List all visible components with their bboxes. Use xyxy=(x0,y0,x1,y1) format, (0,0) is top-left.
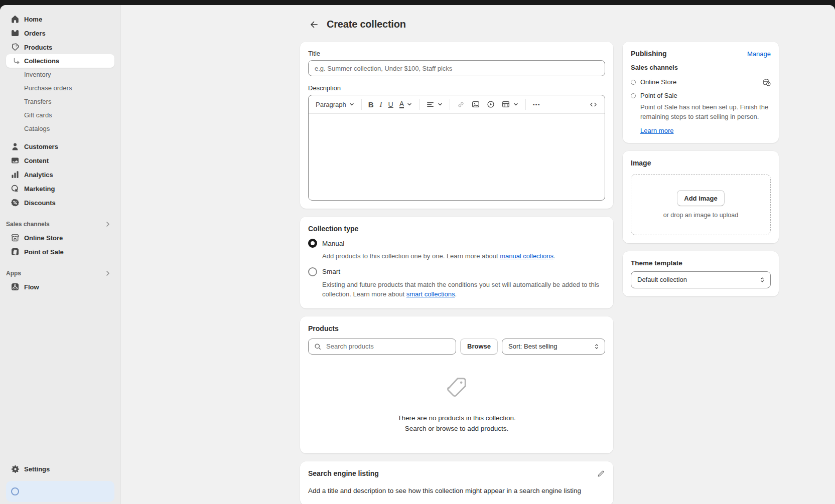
add-image-button[interactable]: Add image xyxy=(677,190,724,206)
sidebar-item-label: Analytics xyxy=(24,171,53,179)
manual-radio[interactable] xyxy=(308,239,317,248)
sidebar-item-label: Collections xyxy=(24,57,59,65)
title-input[interactable] xyxy=(308,60,605,76)
sidebar-item-discounts[interactable]: Discounts xyxy=(6,196,114,210)
manual-desc-period: . xyxy=(553,252,555,260)
sidebar-item-collections[interactable]: Collections xyxy=(6,54,114,68)
sidebar-item-label: Content xyxy=(24,157,49,164)
smart-radio-row[interactable]: Smart xyxy=(308,267,605,276)
italic-button[interactable]: I xyxy=(377,99,385,110)
seo-description: Add a title and description to see how t… xyxy=(308,487,605,494)
sidebar-item-analytics[interactable]: Analytics xyxy=(6,167,114,182)
products-heading: Products xyxy=(308,324,605,332)
alignment-dropdown[interactable] xyxy=(423,99,446,110)
smart-label: Smart xyxy=(322,268,340,275)
gear-icon xyxy=(10,464,20,474)
description-textarea[interactable] xyxy=(309,114,605,200)
sidebar-promo-pill[interactable] xyxy=(6,481,114,502)
theme-template-value: Default collection xyxy=(637,276,687,283)
image-dropzone[interactable]: Add image or drop an image to upload xyxy=(631,174,771,235)
link-icon xyxy=(457,100,465,109)
learn-more-link[interactable]: Learn more xyxy=(640,127,673,134)
manual-description: Add products to this collection one by o… xyxy=(322,251,605,261)
theme-template-select[interactable]: Default collection xyxy=(631,271,771,288)
sidebar-item-products[interactable]: Products xyxy=(6,40,114,54)
analytics-icon xyxy=(10,170,20,180)
sort-select[interactable]: Sort: Best selling xyxy=(502,339,605,355)
empty-line-1: There are no products in this collection… xyxy=(308,413,605,424)
channel-label: Point of Sale xyxy=(640,92,677,99)
channel-dot-icon xyxy=(631,80,636,85)
app-frame: Home Orders Products Collections Invento… xyxy=(0,5,835,504)
manual-radio-row[interactable]: Manual xyxy=(308,239,605,248)
collection-type-card: Collection type Manual Add products to t… xyxy=(300,217,613,308)
sidebar-item-label: Inventory xyxy=(24,71,51,78)
sidebar-item-point-of-sale[interactable]: Point of Sale xyxy=(6,245,114,259)
sidebar-item-home[interactable]: Home xyxy=(6,12,114,26)
smart-collections-link[interactable]: smart collections xyxy=(406,290,455,298)
smart-radio[interactable] xyxy=(308,267,317,276)
color-label: A xyxy=(399,100,404,108)
sidebar-item-content[interactable]: Content xyxy=(6,153,114,167)
sidebar-item-label: Marketing xyxy=(24,185,55,193)
edit-pencil-icon[interactable] xyxy=(597,469,605,478)
sidebar-item-label: Flow xyxy=(24,283,39,291)
sidebar-item-gift-cards[interactable]: Gift cards xyxy=(6,108,114,122)
more-formatting-button[interactable]: ⋯ xyxy=(529,99,543,110)
seo-heading: Search engine listing xyxy=(308,469,379,477)
sidebar-item-label: Home xyxy=(24,16,42,23)
products-tag-icon xyxy=(10,42,20,52)
sidebar-item-label: Catalogs xyxy=(24,125,50,132)
sales-channels-section-header[interactable]: Sales channels xyxy=(6,218,114,231)
products-card: Products Browse Sort: Best selling xyxy=(300,316,613,453)
sidebar-item-label: Point of Sale xyxy=(24,248,64,256)
sales-channels-subheading: Sales channels xyxy=(631,64,771,71)
paragraph-style-dropdown[interactable]: Paragraph xyxy=(313,100,358,109)
sidebar-item-purchase-orders[interactable]: Purchase orders xyxy=(6,81,114,95)
point-of-sale-icon xyxy=(10,247,20,257)
manual-collections-link[interactable]: manual collections xyxy=(500,252,553,260)
sidebar-item-transfers[interactable]: Transfers xyxy=(6,95,114,108)
sidebar-item-orders[interactable]: Orders xyxy=(6,26,114,40)
sidebar: Home Orders Products Collections Invento… xyxy=(0,5,121,504)
back-arrow-icon[interactable] xyxy=(309,19,320,30)
updown-stepper-icon xyxy=(593,343,601,351)
browse-button[interactable]: Browse xyxy=(460,339,498,355)
sidebar-item-catalogs[interactable]: Catalogs xyxy=(6,122,114,135)
insert-video-button[interactable] xyxy=(483,98,498,110)
sidebar-item-online-store[interactable]: Online Store xyxy=(6,231,114,245)
manage-link[interactable]: Manage xyxy=(747,50,771,58)
underline-button[interactable]: U xyxy=(385,99,396,109)
text-color-dropdown[interactable]: A xyxy=(396,99,415,110)
align-left-icon xyxy=(426,100,435,109)
sidebar-item-settings[interactable]: Settings xyxy=(6,462,114,476)
chevron-right-icon xyxy=(104,270,111,277)
orders-icon xyxy=(10,28,20,38)
theme-template-heading: Theme template xyxy=(631,259,771,267)
insert-image-button[interactable] xyxy=(468,98,483,110)
page-header: Create collection xyxy=(300,5,779,42)
chevron-down-icon xyxy=(349,101,355,107)
bold-button[interactable]: B xyxy=(365,99,377,110)
sidebar-item-label: Discounts xyxy=(24,199,56,207)
sidebar-item-flow[interactable]: Flow xyxy=(6,280,114,294)
elbow-arrow-icon xyxy=(12,56,21,66)
table-icon xyxy=(501,100,510,109)
sidebar-item-label: Transfers xyxy=(24,98,51,105)
html-code-button[interactable] xyxy=(586,99,601,110)
sidebar-item-label: Customers xyxy=(24,143,58,150)
content-icon xyxy=(10,155,20,165)
schedule-calendar-clock-icon[interactable] xyxy=(763,78,771,86)
page-title: Create collection xyxy=(327,19,406,30)
theme-template-card: Theme template Default collection xyxy=(623,251,779,296)
insert-table-dropdown[interactable] xyxy=(498,98,522,110)
sidebar-item-customers[interactable]: Customers xyxy=(6,139,114,153)
pos-note: Point of Sale has not been set up. Finis… xyxy=(640,103,771,122)
smart-desc-period: . xyxy=(455,290,457,298)
topbar xyxy=(0,0,835,5)
link-button[interactable] xyxy=(454,99,468,110)
sidebar-item-marketing[interactable]: Marketing xyxy=(6,182,114,196)
apps-section-header[interactable]: Apps xyxy=(6,267,114,280)
product-search-input[interactable] xyxy=(325,342,451,351)
sidebar-item-inventory[interactable]: Inventory xyxy=(6,68,114,81)
